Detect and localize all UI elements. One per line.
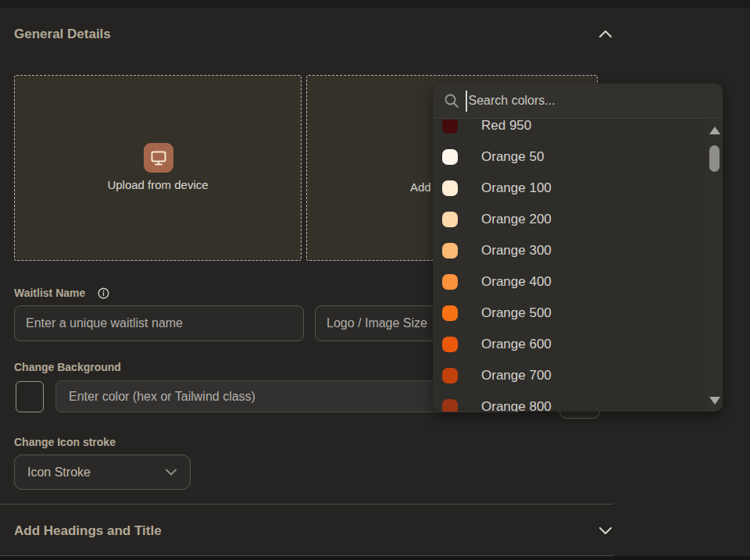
color-swatch xyxy=(442,212,458,227)
bottom-edge-strip xyxy=(0,556,750,560)
chevron-up-icon[interactable] xyxy=(598,29,613,40)
color-name: Orange 700 xyxy=(481,368,552,383)
color-swatch xyxy=(442,337,458,352)
waitlist-name-input[interactable] xyxy=(14,305,304,341)
color-search-bar xyxy=(433,84,723,119)
color-swatch xyxy=(442,274,458,290)
color-name: Orange 200 xyxy=(481,212,552,227)
background-color-swatch[interactable] xyxy=(16,381,44,412)
text-cursor xyxy=(466,91,467,112)
add-headings-header[interactable]: Add Headings and Title xyxy=(0,519,613,544)
info-icon[interactable] xyxy=(98,287,109,299)
scrollbar-track[interactable] xyxy=(706,119,723,412)
color-search-input[interactable] xyxy=(469,94,723,108)
color-option[interactable]: Orange 700 xyxy=(433,360,706,391)
color-swatch xyxy=(442,368,458,383)
color-option[interactable]: Orange 800 xyxy=(433,391,706,412)
top-edge-strip xyxy=(0,0,750,8)
general-details-panel: General Details Upload from device Add W… xyxy=(0,0,750,560)
scroll-down-button[interactable] xyxy=(706,393,723,408)
color-swatch xyxy=(442,305,458,321)
scroll-up-button[interactable] xyxy=(706,123,723,138)
scrollbar-thumb[interactable] xyxy=(709,145,720,172)
color-swatch xyxy=(442,149,458,165)
section-divider xyxy=(0,504,613,505)
color-name: Orange 800 xyxy=(481,399,552,412)
icon-stroke-select[interactable]: Icon Stroke xyxy=(14,455,191,490)
color-name: Orange 50 xyxy=(481,149,544,165)
icon-stroke-value: Icon Stroke xyxy=(27,465,165,480)
color-dropdown-panel: Red 950Orange 50Orange 100Orange 200Oran… xyxy=(433,84,723,412)
general-details-header[interactable]: General Details xyxy=(0,22,613,47)
color-name: Orange 600 xyxy=(481,337,552,352)
color-option[interactable]: Orange 600 xyxy=(433,329,706,360)
color-list-viewport: Red 950Orange 50Orange 100Orange 200Oran… xyxy=(433,119,706,412)
color-name: Red 950 xyxy=(481,119,531,134)
change-icon-stroke-label: Change Icon stroke xyxy=(14,436,116,448)
page-title: General Details xyxy=(14,27,111,42)
upload-device-dropzone[interactable]: Upload from device xyxy=(14,75,302,261)
chevron-down-icon xyxy=(165,468,177,476)
color-option[interactable]: Orange 400 xyxy=(433,266,706,298)
upload-background-label: Add xyxy=(410,180,431,194)
triangle-up-icon xyxy=(709,127,720,134)
color-option[interactable]: Orange 50 xyxy=(433,141,706,173)
upload-device-label: Upload from device xyxy=(15,178,301,191)
color-name: Orange 100 xyxy=(481,180,552,196)
waitlist-name-label: Waitlist Name xyxy=(14,287,85,299)
color-option[interactable]: Red 950 xyxy=(433,119,706,141)
color-swatch xyxy=(442,180,458,196)
color-option[interactable]: Orange 500 xyxy=(433,298,706,329)
search-icon xyxy=(444,93,459,109)
color-swatch xyxy=(442,243,458,259)
add-headings-title: Add Headings and Title xyxy=(14,523,162,539)
change-background-label: Change Background xyxy=(14,361,121,373)
color-name: Orange 500 xyxy=(481,305,552,321)
color-swatch xyxy=(442,399,458,412)
color-name: Orange 400 xyxy=(481,274,552,290)
color-list: Red 950Orange 50Orange 100Orange 200Oran… xyxy=(433,119,706,412)
chevron-down-icon[interactable] xyxy=(598,525,613,536)
color-option[interactable]: Orange 200 xyxy=(433,204,706,235)
color-name: Orange 300 xyxy=(481,243,552,259)
color-swatch xyxy=(442,119,458,134)
triangle-down-icon xyxy=(709,397,720,405)
color-option[interactable]: Orange 300 xyxy=(433,235,706,266)
monitor-icon xyxy=(144,143,173,173)
color-option[interactable]: Orange 100 xyxy=(433,173,706,204)
